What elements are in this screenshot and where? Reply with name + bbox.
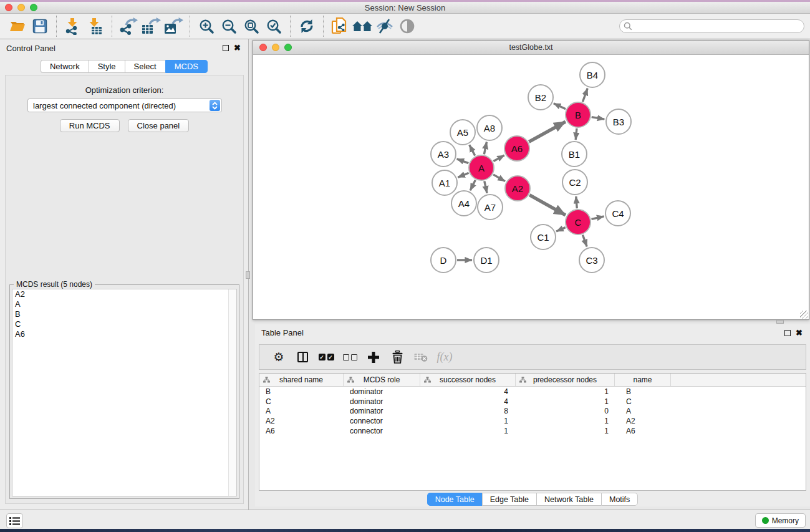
app-titlebar: Session: New Session [0, 2, 810, 14]
search-input[interactable] [619, 19, 804, 33]
tab-mcds[interactable]: MCDS [165, 60, 208, 73]
table-panel: Table Panel ✖ ⚙ ✓✓ [255, 324, 810, 506]
mcds-result-list[interactable]: A2ABCA6 [12, 289, 237, 496]
column-header-predecessor-nodes[interactable]: predecessor nodes [516, 374, 615, 386]
graph-node-C1[interactable]: C1 [530, 224, 556, 250]
graph-node-A2[interactable]: A2 [504, 175, 531, 201]
window-resize-grip[interactable] [800, 311, 808, 319]
refresh-icon[interactable] [296, 16, 318, 37]
edge-A-A2 [493, 175, 505, 181]
hide-details-icon[interactable] [374, 16, 396, 37]
result-item[interactable]: C [12, 319, 236, 329]
graph-node-A8[interactable]: A8 [476, 115, 503, 141]
delete-icon[interactable] [385, 347, 409, 367]
result-scrollbar[interactable] [228, 289, 236, 496]
graph-node-B[interactable]: B [565, 102, 591, 128]
edge-C-C2 [576, 196, 577, 208]
right-area: testGlobe.txt AA1A2A3A4A5A6A7A8BB1B2B3B4… [249, 39, 810, 510]
graph-node-A5[interactable]: A5 [450, 119, 476, 145]
graph-node-B4[interactable]: B4 [579, 62, 605, 88]
tab-network[interactable]: Network [41, 60, 89, 73]
save-session-icon[interactable] [29, 16, 51, 37]
tab-motifs[interactable]: Motifs [601, 493, 638, 506]
select-all-icon[interactable]: ✓✓ [314, 347, 338, 367]
result-item[interactable]: B [12, 309, 236, 319]
table-row[interactable]: A2connector11A2 [259, 416, 806, 426]
optimization-dropdown[interactable]: largest connected component (directed) [27, 99, 222, 112]
table-panel-title: Table Panel [261, 328, 304, 337]
column-header-filler [671, 374, 806, 386]
cell-name: A2 [615, 417, 671, 425]
table-row[interactable]: Bdominator41B [259, 387, 806, 397]
graph-node-B2[interactable]: B2 [528, 84, 554, 110]
table-row[interactable]: Cdominator41C [259, 397, 806, 407]
graph-node-D1[interactable]: D1 [473, 247, 499, 273]
export-image-icon[interactable] [162, 16, 185, 37]
tab-node-table[interactable]: Node Table [427, 493, 482, 506]
graph-node-B3[interactable]: B3 [605, 109, 632, 135]
tab-edge-table[interactable]: Edge Table [482, 493, 536, 506]
graph-node-A1[interactable]: A1 [432, 170, 458, 196]
export-table-icon[interactable] [140, 16, 162, 37]
column-header-name[interactable]: name [615, 374, 671, 386]
tab-select[interactable]: Select [125, 60, 165, 73]
result-item[interactable]: A2 [12, 289, 236, 299]
graph-node-A3[interactable]: A3 [430, 141, 456, 167]
import-network-icon[interactable] [62, 16, 84, 37]
graph-node-A6[interactable]: A6 [504, 135, 530, 162]
table-row[interactable]: Adominator80A [259, 407, 806, 417]
column-header-successor-nodes[interactable]: successor nodes [420, 374, 516, 386]
toolbar-separator [290, 16, 291, 37]
control-panel-titlebar: Control Panel ✖ [0, 39, 248, 57]
run-mcds-button[interactable]: Run MCDS [60, 119, 120, 132]
float-table-panel-icon[interactable] [784, 330, 791, 336]
horizontal-splitter-handle[interactable] [776, 320, 784, 324]
column-layout-icon[interactable] [291, 347, 314, 367]
network-canvas[interactable]: AA1A2A3A4A5A6A7A8BB1B2B3B4CC1C2C3C4DD1 [253, 55, 809, 319]
home-icon[interactable] [351, 16, 374, 37]
zoom-selected-icon[interactable] [263, 16, 285, 37]
zoom-fit-icon[interactable] [240, 16, 263, 37]
result-item[interactable]: A6 [12, 329, 236, 339]
export-network-icon[interactable] [117, 16, 140, 37]
show-details-icon[interactable] [396, 16, 418, 37]
import-table-icon[interactable] [84, 16, 107, 37]
node-table[interactable]: shared nameMCDS rolesuccessor nodesprede… [259, 373, 806, 491]
graph-node-C[interactable]: C [565, 209, 591, 235]
graph-node-C4[interactable]: C4 [605, 200, 631, 226]
graph-node-A[interactable]: A [468, 155, 494, 181]
close-panel-button[interactable]: Close panel [128, 119, 190, 132]
graph-node-C2[interactable]: C2 [562, 169, 588, 195]
column-header-shared-name[interactable]: shared name [259, 374, 344, 386]
graph-node-B1[interactable]: B1 [561, 141, 587, 167]
duplicate-network-icon[interactable] [329, 16, 351, 37]
graph-node-D[interactable]: D [430, 247, 456, 273]
memory-button[interactable]: Memory [755, 513, 806, 528]
graph-node-A4[interactable]: A4 [451, 190, 477, 216]
deselect-all-icon[interactable] [338, 347, 362, 367]
close-panel-icon[interactable]: ✖ [234, 45, 241, 51]
close-table-panel-icon[interactable]: ✖ [796, 330, 803, 336]
graph-node-C3[interactable]: C3 [579, 247, 605, 273]
task-history-button[interactable] [6, 513, 23, 528]
result-item[interactable]: A [12, 299, 236, 309]
settings-gear-icon[interactable]: ⚙ [267, 347, 291, 367]
open-session-icon[interactable] [6, 16, 29, 37]
control-panel-title: Control Panel [6, 44, 55, 53]
graph-node-A7[interactable]: A7 [477, 194, 503, 220]
table-row[interactable]: A6connector11A6 [259, 426, 806, 436]
tab-network-table[interactable]: Network Table [536, 493, 601, 506]
column-header-MCDS-role[interactable]: MCDS role [344, 374, 420, 386]
main-toolbar [0, 14, 810, 39]
cell-predecessor-nodes: 1 [516, 417, 615, 425]
tab-style[interactable]: Style [89, 60, 125, 73]
edge-C-C4 [591, 216, 604, 219]
float-panel-icon[interactable] [223, 45, 229, 51]
dropdown-stepper-icon [210, 100, 220, 111]
cell-MCDS-role: connector [344, 427, 420, 435]
zoom-in-icon[interactable] [195, 16, 218, 37]
app-title: Session: New Session [0, 3, 810, 12]
add-column-icon[interactable] [362, 347, 385, 367]
edge-C-C3 [582, 235, 587, 247]
zoom-out-icon[interactable] [218, 16, 240, 37]
